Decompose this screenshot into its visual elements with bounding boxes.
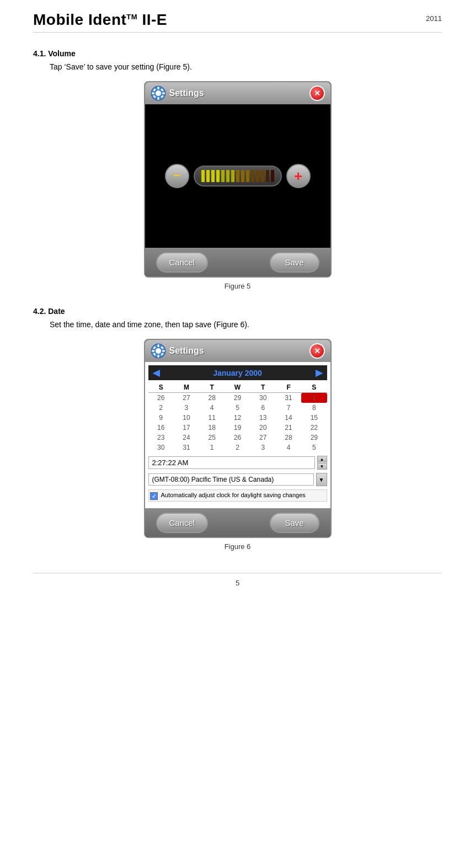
section-volume: 4.1. Volume Tap ‘Save’ to save your sett… [33,49,442,290]
volume-decrease-button[interactable]: − [165,164,189,188]
calendar-day-cell[interactable]: 31 [276,393,301,403]
calendar-day-cell[interactable]: 27 [250,433,276,443]
calendar-next-button[interactable]: ▶ [316,368,322,378]
calendar-day-cell[interactable]: 7 [276,403,301,413]
volume-bar [236,170,239,182]
calendar-day-cell[interactable]: 25 [199,433,225,443]
calendar-day-cell[interactable]: 26 [148,393,174,403]
calendar-day-cell[interactable]: 20 [250,423,276,433]
volume-bar [221,170,225,182]
calendar-day-header: S [301,382,327,393]
volume-bar [261,170,264,182]
svg-rect-2 [157,87,159,89]
calendar-day-header: F [276,382,301,393]
dst-text: Automatically adjust clock for daylight … [161,491,306,499]
calendar-day-cell[interactable]: 23 [148,433,174,443]
calendar-day-cell[interactable]: 5 [225,403,250,413]
date-description: Set the time, date and time zone, then t… [50,320,442,329]
volume-bar [246,170,249,182]
calendar-day-cell[interactable]: 30 [148,443,174,452]
settings-label-group-date: Settings [151,343,204,359]
calendar-day-cell[interactable]: 30 [250,393,276,403]
calendar-day-cell[interactable]: 5 [301,443,327,452]
calendar-day-cell[interactable]: 14 [276,413,301,423]
calendar-day-cell[interactable]: 1 [301,393,327,403]
calendar-day-cell[interactable]: 11 [199,413,225,423]
close-button-date[interactable]: ✕ [309,343,325,359]
title-text: Mobile Ident [33,11,126,28]
close-icon-date: ✕ [314,347,321,355]
calendar-day-cell[interactable]: 4 [276,443,301,452]
calendar-day-cell[interactable]: 10 [174,413,199,423]
time-down-button[interactable]: ▼ [317,463,327,470]
svg-point-1 [156,90,161,96]
figure-6-caption: Figure 6 [225,542,251,551]
calendar-day-cell[interactable]: 26 [225,433,250,443]
title-sup: TM [126,13,137,21]
timezone-select[interactable]: (GMT-08:00) Pacific Time (US & Canada) [148,473,314,486]
calendar-day-cell[interactable]: 12 [225,413,250,423]
time-up-button[interactable]: ▲ [317,456,327,462]
save-button-vol[interactable]: Save [270,252,319,273]
calendar-day-cell[interactable]: 24 [174,433,199,443]
calendar-day-cell[interactable]: 8 [301,403,327,413]
calendar-day-cell[interactable]: 29 [225,393,250,403]
save-button-date[interactable]: Save [270,513,319,533]
volume-bar [241,170,244,182]
cancel-button-vol[interactable]: Cancel [156,252,209,273]
calendar-day-cell[interactable]: 15 [301,413,327,423]
calendar-day-cell[interactable]: 19 [225,423,250,433]
volume-bar [216,170,220,182]
calendar-day-cell[interactable]: 2 [148,403,174,413]
calendar-day-cell[interactable]: 9 [148,413,174,423]
figure-5-container: Settings ✕ − [33,81,442,290]
figure-6-screen: Settings ✕ ◀ January 2000 ▶ [144,339,332,538]
calendar-day-cell[interactable]: 16 [148,423,174,433]
calendar-prev-button[interactable]: ◀ [153,368,159,378]
calendar-day-cell[interactable]: 17 [174,423,199,433]
calendar-day-cell[interactable]: 29 [301,433,327,443]
dst-checkbox[interactable]: ✓ [150,492,158,500]
bottom-buttons-vol: Cancel Save [145,248,330,276]
time-input[interactable]: 2:27:22 AM [148,456,315,469]
calendar-day-cell[interactable]: 3 [174,403,199,413]
calendar-day-cell[interactable]: 6 [250,403,276,413]
figure-5-screen: Settings ✕ − [144,81,332,278]
page-title: Mobile IdentTM II-E [33,11,167,29]
calendar-day-cell[interactable]: 28 [276,433,301,443]
calendar-day-header: W [225,382,250,393]
section-date: 4.2. Date Set the time, date and time zo… [33,307,442,551]
calendar-week-row: 9101112131415 [148,413,327,423]
check-icon: ✓ [152,493,156,499]
date-heading: 4.2. Date [33,307,442,316]
settings-bar-date: Settings ✕ [145,340,330,362]
dst-row: ✓ Automatically adjust clock for dayligh… [148,489,327,502]
calendar-day-cell[interactable]: 3 [250,443,276,452]
calendar-day-cell[interactable]: 18 [199,423,225,433]
page-year: 2011 [426,14,442,23]
time-row: 2:27:22 AM ▲ ▼ [148,456,327,470]
page-number: 5 [236,579,239,587]
close-button-vol[interactable]: ✕ [309,86,325,101]
calendar-day-cell[interactable]: 4 [199,403,225,413]
calendar-day-cell[interactable]: 1 [199,443,225,452]
calendar-day-cell[interactable]: 2 [225,443,250,452]
calendar-day-cell[interactable]: 31 [174,443,199,452]
volume-content: − + [145,104,330,248]
volume-increase-button[interactable]: + [286,164,311,188]
cancel-button-date[interactable]: Cancel [156,513,209,533]
calendar-day-cell[interactable]: 21 [276,423,301,433]
bottom-buttons-date: Cancel Save [145,508,330,537]
calendar-day-cell[interactable]: 27 [174,393,199,403]
calendar-day-cell[interactable]: 13 [250,413,276,423]
calendar-day-cell[interactable]: 22 [301,423,327,433]
volume-bar [231,170,234,182]
minus-icon: − [173,169,180,182]
figure-6-container: Settings ✕ ◀ January 2000 ▶ [33,339,442,551]
timezone-dropdown-button[interactable]: ▼ [316,473,327,486]
svg-rect-14 [152,350,154,352]
calendar-day-cell[interactable]: 28 [199,393,225,403]
calendar-week-row: 23242526272829 [148,433,327,443]
volume-bar [256,170,259,182]
svg-point-11 [156,348,161,354]
